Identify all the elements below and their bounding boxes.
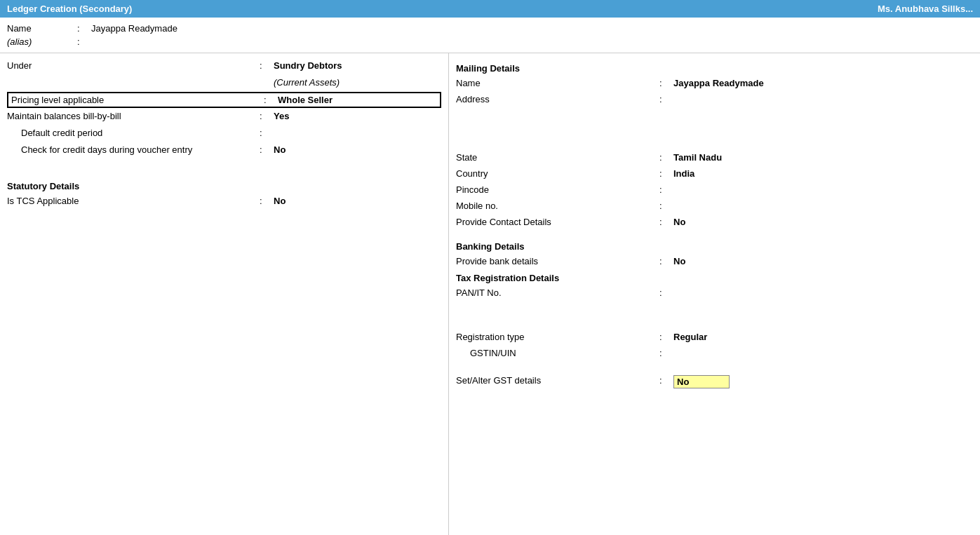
r-pan-colon: : [659, 287, 673, 298]
check-credit-label: Check for credit days during voucher ent… [7, 144, 260, 155]
r-address-label: Address [456, 94, 659, 104]
alias-colon: : [77, 36, 91, 47]
tcs-value: No [274, 196, 441, 206]
r-state-value: Tamil Nadu [673, 152, 973, 163]
name-label: Name [7, 23, 77, 34]
title-right: Ms. Anubhava Sillks... [878, 4, 973, 14]
title-left: Ledger Creation (Secondary) [7, 4, 132, 14]
maintain-colon: : [260, 111, 274, 121]
mailing-title: Mailing Details [456, 63, 973, 74]
r-address-colon: : [659, 94, 673, 104]
check-credit-colon: : [260, 144, 274, 155]
statutory-title: Statutory Details [7, 181, 441, 191]
right-panel: Mailing Details Name : Jayappa Readymade… [449, 53, 980, 535]
r-gstin-label: GSTIN/UIN [456, 348, 659, 358]
r-bank-label: Provide bank details [456, 256, 659, 266]
title-bar: Ledger Creation (Secondary) Ms. Anubhava… [0, 0, 980, 18]
r-regtype-label: Registration type [456, 332, 659, 342]
tax-title: Tax Registration Details [456, 273, 973, 283]
pricing-row[interactable]: Pricing level applicable : Whole Seller [7, 92, 441, 108]
tcs-label: Is TCS Applicable [7, 196, 260, 206]
r-pan-label: PAN/IT No. [456, 287, 659, 298]
r-gstin-colon: : [659, 348, 673, 358]
r-pincode-label: Pincode [456, 184, 659, 195]
r-country-label: Country [456, 168, 659, 179]
r-state-label: State [456, 152, 659, 163]
pricing-value: Whole Seller [278, 95, 437, 105]
r-regtype-value: Regular [673, 332, 973, 342]
under-label: Under [7, 60, 260, 71]
default-credit-label: Default credit period [7, 128, 260, 138]
r-contact-colon: : [659, 217, 673, 227]
default-credit-colon: : [260, 128, 274, 138]
alias-label: (alias) [7, 36, 77, 47]
name-colon: : [77, 23, 91, 34]
under-value: Sundry Debtors [274, 60, 441, 71]
r-name-colon: : [659, 78, 673, 88]
r-country-value: India [673, 168, 973, 179]
maintain-value: Yes [274, 111, 441, 121]
under-sub: (Current Assets) [274, 77, 340, 88]
banking-title: Banking Details [456, 241, 973, 252]
name-value: Jayappa Readymade [91, 23, 177, 34]
tcs-colon: : [260, 196, 274, 206]
r-contact-value: No [673, 217, 973, 227]
r-name-label: Name [456, 78, 659, 88]
pricing-label: Pricing level applicable [11, 95, 264, 105]
r-setalter-value[interactable]: No [673, 375, 730, 388]
r-state-colon: : [659, 152, 673, 163]
r-bank-colon: : [659, 256, 673, 266]
pricing-colon: : [264, 95, 278, 105]
r-regtype-colon: : [659, 332, 673, 342]
r-pincode-colon: : [659, 184, 673, 195]
r-country-colon: : [659, 168, 673, 179]
r-setalter-label: Set/Alter GST details [456, 375, 659, 386]
check-credit-value: No [274, 144, 441, 155]
under-colon: : [260, 60, 274, 71]
r-mobile-colon: : [659, 201, 673, 211]
r-contact-label: Provide Contact Details [456, 217, 659, 227]
r-bank-value: No [673, 256, 973, 266]
left-panel: Under : Sundry Debtors (Current Assets) … [0, 53, 449, 535]
r-name-value: Jayappa Readymade [673, 78, 973, 88]
r-setalter-colon: : [659, 375, 673, 386]
maintain-label: Maintain balances bill-by-bill [7, 111, 260, 121]
r-mobile-label: Mobile no. [456, 201, 659, 211]
